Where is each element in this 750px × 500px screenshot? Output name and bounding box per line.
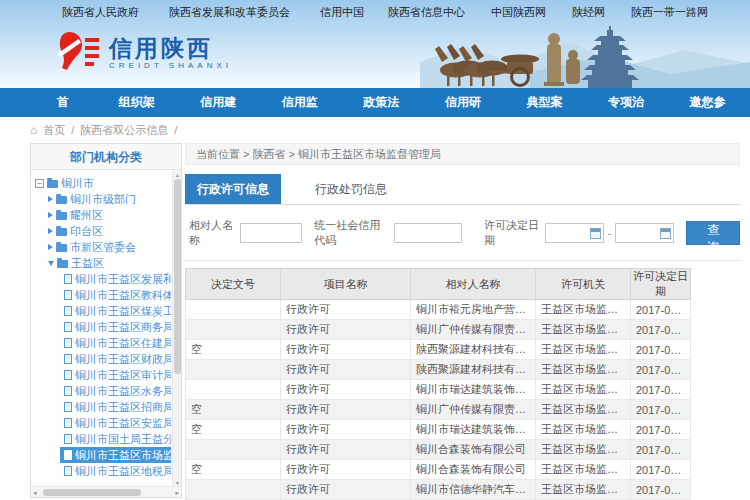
tree-label: 铜川市王益区住建局 (75, 336, 171, 351)
folder-icon (56, 228, 67, 236)
cell-counterpart: 铜川广仲传媒有限责任公司 (411, 400, 536, 420)
tree-node-new-district[interactable]: 市新区管委会 (35, 239, 171, 255)
scroll-down-icon[interactable]: ▾ (173, 479, 182, 486)
cell-date: 2017-04-06 (631, 460, 691, 480)
document-icon (64, 434, 72, 444)
tree-leaf-anjian[interactable]: 铜川市王益区安监局 (35, 415, 171, 431)
link-shaanxi-gov[interactable]: 陕西省人民政府 (62, 5, 139, 20)
collapse-icon[interactable]: − (35, 179, 44, 188)
tree-leaf-caizheng[interactable]: 铜川市王益区财政局 (35, 351, 171, 367)
nav-typical-cases[interactable]: 典型案例 (505, 88, 587, 117)
tab-administrative-permit[interactable]: 行政许可信息 (185, 174, 281, 204)
date-from-input[interactable] (548, 227, 590, 239)
nav-credit-research[interactable]: 信用研究 (424, 88, 506, 117)
tree-leaf-market-supervision[interactable]: 铜川市王益区市场监督管理局 (35, 447, 171, 463)
tree-label: 铜川市王益区教科体局 (75, 288, 171, 303)
scroll-left-icon[interactable]: ◂ (33, 487, 37, 498)
col-permit-date: 许可决定日期 (631, 269, 691, 300)
tree-leaf-zhujian[interactable]: 铜川市王益区住建局 (35, 335, 171, 351)
tree-label: 铜川市国土局王益分局 (75, 432, 171, 447)
table-row: 行政许可铜川市信德华静汽车服务有限公司王益区市场监督管理局2017-04-05 (186, 480, 691, 500)
tree-node-yaozhou[interactable]: 耀州区 (35, 207, 171, 223)
cell-project: 行政许可 (281, 440, 411, 460)
cell-counterpart: 铜川市裕元房地产营销策划有限公... (411, 300, 536, 320)
tree-node-wangyi[interactable]: 王益区 (35, 255, 171, 271)
tree-leaf-shuiwu[interactable]: 铜川市王益区水务局 (35, 383, 171, 399)
tree-leaf-fagaiju[interactable]: 铜川市王益区发展和改革局 (35, 271, 171, 287)
chevron-right-icon[interactable] (48, 244, 53, 250)
tree-label: 王益区 (71, 256, 104, 271)
document-icon (64, 354, 72, 364)
scroll-up-icon[interactable]: ▴ (173, 171, 182, 178)
tree-label: 铜川市王益区煤炭工业局 (75, 304, 171, 319)
nav-credit-building[interactable]: 信用建设 (179, 88, 261, 117)
nav-participate[interactable]: 邀您参加 (668, 88, 750, 117)
cell-decision-no: 空 (186, 340, 281, 360)
vertical-scroll-thumb[interactable] (174, 179, 181, 374)
tree-leaf-zhaoshang[interactable]: 铜川市王益区招商局 (35, 399, 171, 415)
tab-administrative-penalty[interactable]: 行政处罚信息 (303, 174, 399, 204)
credit-code-input[interactable] (394, 223, 462, 243)
nav-special-governance[interactable]: 专项治理 (587, 88, 669, 117)
link-info-center[interactable]: 陕西省信息中心 (388, 5, 465, 20)
sidebar-horizontal-scrollbar[interactable]: ◂ ▸ (31, 486, 181, 497)
nav-credit-supervision[interactable]: 信用监督 (261, 88, 343, 117)
tree-leaf-dishui[interactable]: 铜川市王益区地税局 (35, 463, 171, 479)
current-location-bar: 当前位置 > 陕西省 > 铜川市王益区市场监督管理局 (185, 143, 740, 165)
tree-leaf-shenji[interactable]: 铜川市王益区审计局 (35, 367, 171, 383)
cell-project: 行政许可 (281, 340, 411, 360)
folder-icon (47, 180, 58, 188)
chevron-right-icon[interactable] (48, 196, 53, 202)
date-range-separator: - (608, 227, 612, 239)
site-subtitle: CREIDT SHAANXI (109, 61, 232, 70)
table-header-row: 决定文号 项目名称 相对人名称 许可机关 许可决定日期 (186, 269, 691, 300)
date-to-input[interactable] (618, 227, 660, 239)
link-ndrc[interactable]: 陕西省发展和改革委员会 (169, 5, 290, 20)
tree-node-tongchuan[interactable]: − 铜川市 (35, 175, 171, 191)
tree-leaf-jiaoketi[interactable]: 铜川市王益区教科体局 (35, 287, 171, 303)
breadcrumb-section[interactable]: 陕西省双公示信息 (80, 123, 168, 138)
breadcrumb-home[interactable]: 首页 (43, 123, 65, 138)
chevron-down-icon[interactable] (48, 261, 54, 266)
tree-leaf-guotu[interactable]: 铜川市国土局王益分局 (35, 431, 171, 447)
cell-counterpart: 铜川市瑞达建筑装饰工程有限公司 (411, 420, 536, 440)
sidebar-vertical-scrollbar[interactable]: ▴ ▾ (172, 171, 181, 486)
counterpart-name-input[interactable] (240, 223, 302, 243)
site-logo[interactable]: 信用陕西 CREIDT SHAANXI (55, 30, 232, 74)
scroll-right-icon[interactable]: ▸ (175, 487, 179, 498)
horizontal-scroll-thumb[interactable] (43, 489, 141, 496)
tree-label: 铜川市王益区地税局 (75, 464, 171, 479)
cell-authority: 王益区市场监督管理局 (536, 380, 631, 400)
chevron-right-icon[interactable] (48, 228, 53, 234)
col-decision-no: 决定文号 (186, 269, 281, 300)
calendar-icon[interactable] (590, 228, 601, 239)
link-shanjing[interactable]: 陕经网 (572, 5, 605, 20)
link-china-shaanxi[interactable]: 中国陕西网 (491, 5, 546, 20)
tree-leaf-shangwu[interactable]: 铜川市王益区商务局 (35, 319, 171, 335)
cell-decision-no (186, 320, 281, 340)
page: 陕西省人民政府 陕西省发展和改革委员会 信用中国 陕西省信息中心 中国陕西网 陕… (0, 0, 750, 500)
search-button[interactable]: 查 询 (686, 221, 740, 245)
date-to-field[interactable] (615, 223, 674, 243)
permit-table: 决定文号 项目名称 相对人名称 许可机关 许可决定日期 行政许可铜川市裕元房地产… (185, 268, 691, 500)
header-illustration (420, 26, 750, 88)
cell-decision-no (186, 300, 281, 320)
top-link-bar: 陕西省人民政府 陕西省发展和改革委员会 信用中国 陕西省信息中心 中国陕西网 陕… (0, 0, 750, 24)
nav-home[interactable]: 首页 (36, 88, 98, 117)
tree-node-yintai[interactable]: 印台区 (35, 223, 171, 239)
sidebar-title: 部门机构分类 (31, 144, 181, 170)
link-belt-road[interactable]: 陕西一带一路网 (631, 5, 708, 20)
link-credit-china[interactable]: 信用中国 (320, 5, 364, 20)
chevron-right-icon[interactable] (48, 212, 53, 218)
cell-project: 行政许可 (281, 320, 411, 340)
credit-code-label: 统一社会信用代码 (314, 218, 390, 248)
nav-policies[interactable]: 政策法规 (342, 88, 424, 117)
date-from-field[interactable] (545, 223, 604, 243)
calendar-icon[interactable] (660, 228, 671, 239)
main-nav: 首页 组织架构 信用建设 信用监督 政策法规 信用研究 典型案例 专项治理 邀您… (0, 88, 750, 117)
tree-node-city-departments[interactable]: 铜川市级部门 (35, 191, 171, 207)
cell-authority: 王益区市场监督管理局 (536, 440, 631, 460)
tree-label-selected: 铜川市王益区市场监督管理局 (75, 448, 171, 463)
tree-leaf-meitan[interactable]: 铜川市王益区煤炭工业局 (35, 303, 171, 319)
nav-organization[interactable]: 组织架构 (98, 88, 180, 117)
